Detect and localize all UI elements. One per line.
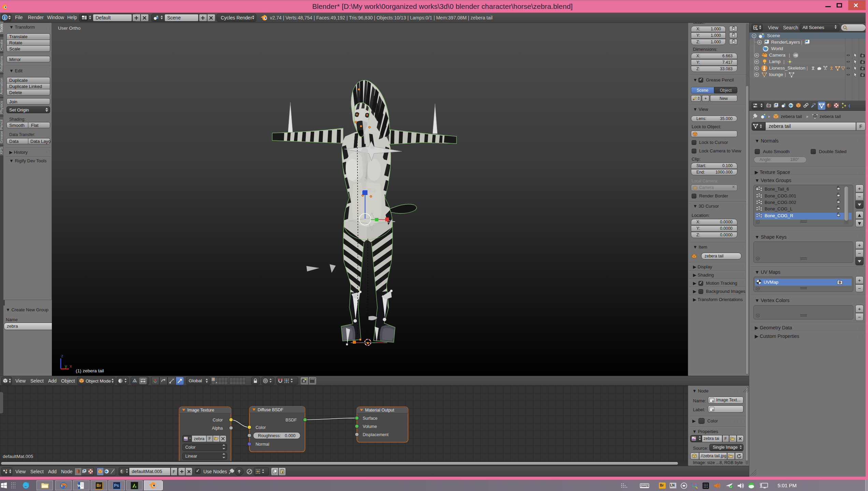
svg-text:|: | — [807, 65, 808, 71]
svg-text:UVMap: UVMap — [764, 280, 778, 285]
svg-text:W: W — [77, 483, 81, 488]
svg-text:tounge: tounge — [769, 72, 783, 77]
svg-text:defaultMat.005: defaultMat.005 — [3, 454, 33, 459]
svg-text:|: | — [789, 53, 790, 58]
svg-text:World: World — [771, 46, 783, 51]
svg-text:|: | — [801, 40, 802, 45]
svg-text:Surface: Surface — [363, 416, 377, 421]
svg-text:Diffuse BSDF: Diffuse BSDF — [258, 407, 284, 412]
svg-text:Displacement: Displacement — [363, 432, 389, 437]
svg-text:Material Output: Material Output — [365, 408, 394, 413]
svg-text:Roughness:: Roughness: — [258, 433, 281, 438]
svg-text:User Ortho: User Ortho — [58, 26, 81, 31]
svg-text:(1) zebera tail: (1) zebera tail — [76, 368, 104, 373]
svg-text:Volume: Volume — [363, 424, 377, 429]
svg-text:Bone_Tail_6: Bone_Tail_6 — [765, 187, 789, 192]
svg-text:zebera tail: zebera tail — [781, 114, 802, 119]
svg-text:Color: Color — [213, 418, 223, 422]
svg-text:0.000: 0.000 — [285, 433, 295, 438]
svg-text:Bone_COG.001: Bone_COG.001 — [765, 193, 796, 198]
svg-text:Bone_COG.002: Bone_COG.002 — [765, 200, 796, 205]
svg-text:F: F — [208, 436, 211, 441]
svg-text:Camera: Camera — [769, 53, 786, 58]
svg-text:zebra: zebra — [194, 436, 204, 441]
svg-text:Normal: Normal — [256, 442, 269, 447]
svg-text:Lamp: Lamp — [769, 59, 781, 64]
svg-text:Color: Color — [256, 425, 266, 430]
svg-text:Color: Color — [185, 445, 196, 450]
svg-text:|: | — [785, 72, 786, 77]
svg-text:Image Texture: Image Texture — [187, 408, 214, 413]
svg-text:Bone_COG_R: Bone_COG_R — [765, 213, 793, 218]
svg-text:Lioness_Skeleton: Lioness_Skeleton — [769, 65, 806, 71]
svg-text:Scene: Scene — [767, 33, 780, 38]
svg-text:|: | — [783, 59, 784, 64]
svg-text:Bone_COG_L: Bone_COG_L — [765, 206, 793, 211]
svg-text:BSDF: BSDF — [286, 418, 297, 422]
svg-text:Linear: Linear — [185, 454, 197, 459]
svg-text:RenderLayers: RenderLayers — [771, 40, 800, 45]
svg-text:x: x — [70, 363, 72, 369]
svg-text:y: y — [65, 363, 67, 369]
svg-text:Alpha: Alpha — [212, 426, 223, 431]
svg-text:zebera tail: zebera tail — [820, 114, 841, 119]
svg-text:z: z — [61, 353, 63, 358]
